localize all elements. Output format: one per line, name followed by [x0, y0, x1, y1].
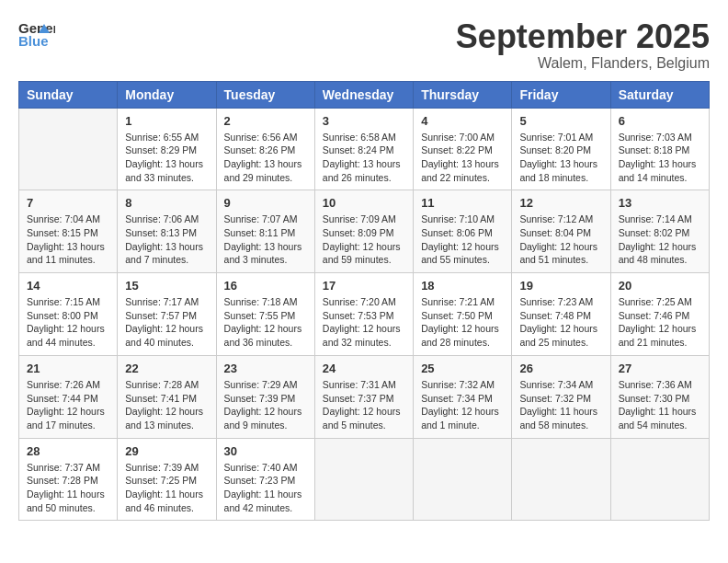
day-info: Sunrise: 7:06 AM Sunset: 8:13 PM Dayligh… — [125, 213, 208, 267]
day-info: Sunrise: 7:10 AM Sunset: 8:06 PM Dayligh… — [421, 213, 504, 267]
weekday-header-tuesday: Tuesday — [216, 81, 314, 108]
day-number: 18 — [421, 279, 504, 293]
day-info: Sunrise: 7:00 AM Sunset: 8:22 PM Dayligh… — [421, 131, 504, 185]
calendar-cell: 8Sunrise: 7:06 AM Sunset: 8:13 PM Daylig… — [118, 190, 216, 273]
day-info: Sunrise: 7:34 AM Sunset: 7:32 PM Dayligh… — [519, 378, 602, 432]
calendar-cell: 3Sunrise: 6:58 AM Sunset: 8:24 PM Daylig… — [314, 108, 413, 190]
week-row-3: 14Sunrise: 7:15 AM Sunset: 8:00 PM Dayli… — [19, 273, 710, 356]
calendar-cell: 9Sunrise: 7:07 AM Sunset: 8:11 PM Daylig… — [216, 190, 314, 273]
week-row-4: 21Sunrise: 7:26 AM Sunset: 7:44 PM Dayli… — [19, 355, 710, 438]
calendar-cell: 13Sunrise: 7:14 AM Sunset: 8:02 PM Dayli… — [610, 190, 709, 273]
day-number: 29 — [125, 444, 208, 458]
calendar-cell: 20Sunrise: 7:25 AM Sunset: 7:46 PM Dayli… — [610, 273, 709, 356]
day-number: 17 — [323, 279, 405, 293]
calendar-cell: 22Sunrise: 7:28 AM Sunset: 7:41 PM Dayli… — [118, 355, 216, 438]
day-number: 2 — [224, 114, 307, 128]
calendar-cell: 23Sunrise: 7:29 AM Sunset: 7:39 PM Dayli… — [216, 355, 314, 438]
day-number: 6 — [619, 114, 701, 128]
weekday-header-wednesday: Wednesday — [314, 81, 413, 108]
logo: General Blue — [18, 18, 55, 54]
calendar-cell — [19, 108, 118, 190]
day-number: 13 — [619, 196, 701, 210]
day-info: Sunrise: 7:29 AM Sunset: 7:39 PM Dayligh… — [224, 378, 307, 432]
day-info: Sunrise: 7:15 AM Sunset: 8:00 PM Dayligh… — [27, 295, 109, 350]
day-number: 22 — [125, 362, 208, 375]
day-info: Sunrise: 7:04 AM Sunset: 8:15 PM Dayligh… — [27, 213, 109, 267]
header: General Blue September 2025 Walem, Fland… — [18, 18, 710, 72]
calendar-cell: 1Sunrise: 6:55 AM Sunset: 8:29 PM Daylig… — [118, 108, 216, 190]
week-row-5: 28Sunrise: 7:37 AM Sunset: 7:28 PM Dayli… — [19, 438, 710, 521]
day-number: 14 — [27, 279, 109, 293]
day-number: 28 — [27, 444, 109, 458]
day-number: 7 — [27, 196, 109, 210]
calendar-cell — [314, 438, 413, 521]
day-info: Sunrise: 7:03 AM Sunset: 8:18 PM Dayligh… — [619, 131, 701, 185]
day-info: Sunrise: 7:28 AM Sunset: 7:41 PM Dayligh… — [125, 378, 208, 432]
day-number: 30 — [224, 444, 307, 458]
day-number: 8 — [125, 196, 208, 210]
day-number: 19 — [519, 279, 602, 293]
calendar-cell: 28Sunrise: 7:37 AM Sunset: 7:28 PM Dayli… — [19, 438, 118, 521]
calendar-cell — [414, 438, 512, 521]
day-number: 10 — [323, 196, 405, 210]
day-number: 23 — [224, 362, 307, 375]
day-info: Sunrise: 7:32 AM Sunset: 7:34 PM Dayligh… — [421, 378, 504, 432]
day-number: 1 — [125, 114, 208, 128]
day-number: 5 — [519, 114, 602, 128]
day-info: Sunrise: 7:07 AM Sunset: 8:11 PM Dayligh… — [224, 213, 307, 267]
day-info: Sunrise: 7:14 AM Sunset: 8:02 PM Dayligh… — [619, 213, 701, 267]
day-info: Sunrise: 7:23 AM Sunset: 7:48 PM Dayligh… — [519, 295, 602, 350]
calendar-cell: 15Sunrise: 7:17 AM Sunset: 7:57 PM Dayli… — [118, 273, 216, 356]
day-info: Sunrise: 7:01 AM Sunset: 8:20 PM Dayligh… — [519, 131, 602, 185]
day-info: Sunrise: 7:12 AM Sunset: 8:04 PM Dayligh… — [519, 213, 602, 267]
calendar-cell: 27Sunrise: 7:36 AM Sunset: 7:30 PM Dayli… — [610, 355, 709, 438]
calendar-cell: 4Sunrise: 7:00 AM Sunset: 8:22 PM Daylig… — [414, 108, 512, 190]
logo-icon: General Blue — [18, 18, 55, 54]
calendar-cell: 6Sunrise: 7:03 AM Sunset: 8:18 PM Daylig… — [610, 108, 709, 190]
svg-text:Blue: Blue — [18, 33, 49, 49]
month-title: September 2025 — [456, 18, 710, 55]
day-info: Sunrise: 7:17 AM Sunset: 7:57 PM Dayligh… — [125, 295, 208, 350]
calendar-cell: 19Sunrise: 7:23 AM Sunset: 7:48 PM Dayli… — [512, 273, 610, 356]
day-info: Sunrise: 7:25 AM Sunset: 7:46 PM Dayligh… — [619, 295, 701, 350]
day-number: 9 — [224, 196, 307, 210]
weekday-header-friday: Friday — [512, 81, 610, 108]
day-number: 16 — [224, 279, 307, 293]
calendar-cell: 7Sunrise: 7:04 AM Sunset: 8:15 PM Daylig… — [19, 190, 118, 273]
day-info: Sunrise: 7:39 AM Sunset: 7:25 PM Dayligh… — [125, 461, 208, 515]
day-number: 3 — [323, 114, 405, 128]
day-info: Sunrise: 6:55 AM Sunset: 8:29 PM Dayligh… — [125, 131, 208, 185]
weekday-header-monday: Monday — [118, 81, 216, 108]
calendar-cell: 21Sunrise: 7:26 AM Sunset: 7:44 PM Dayli… — [19, 355, 118, 438]
calendar-cell: 26Sunrise: 7:34 AM Sunset: 7:32 PM Dayli… — [512, 355, 610, 438]
calendar-cell: 18Sunrise: 7:21 AM Sunset: 7:50 PM Dayli… — [414, 273, 512, 356]
day-info: Sunrise: 7:31 AM Sunset: 7:37 PM Dayligh… — [323, 378, 405, 432]
day-number: 26 — [519, 362, 602, 375]
day-number: 27 — [619, 362, 701, 375]
calendar-cell: 24Sunrise: 7:31 AM Sunset: 7:37 PM Dayli… — [314, 355, 413, 438]
day-info: Sunrise: 7:40 AM Sunset: 7:23 PM Dayligh… — [224, 461, 307, 515]
weekday-header-sunday: Sunday — [19, 81, 118, 108]
day-info: Sunrise: 7:18 AM Sunset: 7:55 PM Dayligh… — [224, 295, 307, 350]
day-number: 11 — [421, 196, 504, 210]
title-section: September 2025 Walem, Flanders, Belgium — [456, 18, 710, 72]
calendar-cell: 17Sunrise: 7:20 AM Sunset: 7:53 PM Dayli… — [314, 273, 413, 356]
day-info: Sunrise: 7:37 AM Sunset: 7:28 PM Dayligh… — [27, 461, 109, 515]
day-number: 4 — [421, 114, 504, 128]
weekday-header-saturday: Saturday — [610, 81, 709, 108]
day-number: 15 — [125, 279, 208, 293]
day-info: Sunrise: 7:09 AM Sunset: 8:09 PM Dayligh… — [323, 213, 405, 267]
weekday-header-thursday: Thursday — [414, 81, 512, 108]
calendar-cell: 25Sunrise: 7:32 AM Sunset: 7:34 PM Dayli… — [414, 355, 512, 438]
day-number: 21 — [27, 362, 109, 375]
calendar-cell: 30Sunrise: 7:40 AM Sunset: 7:23 PM Dayli… — [216, 438, 314, 521]
calendar-cell: 2Sunrise: 6:56 AM Sunset: 8:26 PM Daylig… — [216, 108, 314, 190]
calendar-cell: 10Sunrise: 7:09 AM Sunset: 8:09 PM Dayli… — [314, 190, 413, 273]
calendar-cell — [512, 438, 610, 521]
calendar-cell: 12Sunrise: 7:12 AM Sunset: 8:04 PM Dayli… — [512, 190, 610, 273]
calendar: SundayMondayTuesdayWednesdayThursdayFrid… — [18, 81, 710, 522]
day-number: 20 — [619, 279, 701, 293]
day-info: Sunrise: 6:58 AM Sunset: 8:24 PM Dayligh… — [323, 131, 405, 185]
day-number: 24 — [323, 362, 405, 375]
day-number: 12 — [519, 196, 602, 210]
